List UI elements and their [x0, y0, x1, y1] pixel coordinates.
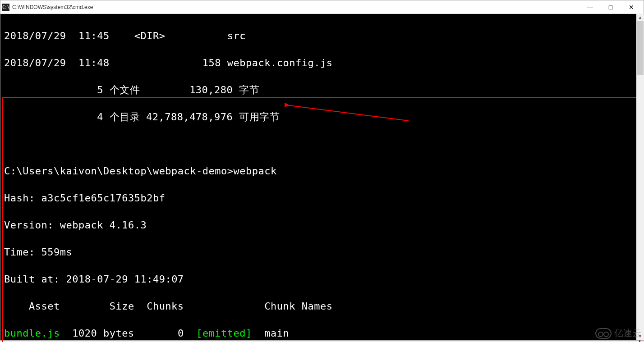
blank-line	[4, 137, 640, 151]
built-at-label: Built at: 2018-07-29	[4, 274, 134, 285]
dir-entry: 2018/07/29 11:48 158 webpack.config.js	[4, 56, 640, 70]
asset-chunks: 0	[134, 328, 184, 339]
webpack-version: Version: webpack 4.16.3	[4, 219, 640, 232]
dir-entry: 2018/07/29 11:45 <DIR> src	[4, 29, 640, 43]
scroll-thumb[interactable]	[637, 21, 644, 75]
asset-size: 1020 bytes	[60, 328, 134, 339]
time-label: Time:	[4, 246, 41, 258]
hash-label: Hash:	[4, 192, 41, 204]
dir-summary-files: 5 个文件 130,280 字节	[4, 83, 640, 97]
scroll-up-button[interactable]: ▲	[636, 14, 644, 21]
asset-emitted: [emitted]	[184, 328, 252, 339]
cmd-window: C:\ C:\WINDOWS\system32\cmd.exe — □ ✕ 20…	[0, 0, 644, 341]
maximize-button[interactable]: □	[600, 1, 621, 14]
webpack-hash: Hash: a3c5cf1e65c17635b2bf	[4, 192, 640, 205]
cmd-icon: C:\	[2, 4, 9, 11]
minimize-button[interactable]: —	[580, 1, 600, 14]
close-button[interactable]: ✕	[621, 1, 642, 14]
prompt-path: C:\Users\kaivon\Desktop\webpack-demo>	[4, 165, 234, 177]
vertical-scrollbar[interactable]: ▲ ▼	[636, 14, 644, 340]
webpack-table-header: Asset Size Chunks Chunk Names	[4, 300, 640, 313]
terminal-output[interactable]: 2018/07/29 11:45 <DIR> src 2018/07/29 11…	[0, 14, 644, 340]
webpack-built-at: Built at: 2018-07-29 11:49:07	[4, 273, 640, 286]
version-label: Version: webpack	[4, 219, 110, 231]
asset-name: bundle.js	[4, 328, 60, 339]
command-line: C:\Users\kaivon\Desktop\webpack-demo>web…	[4, 164, 640, 178]
typed-command: webpack	[234, 165, 277, 177]
webpack-asset-row: bundle.js 1020 bytes 0 [emitted] main	[4, 327, 640, 340]
window-title: C:\WINDOWS\system32\cmd.exe	[12, 4, 580, 10]
titlebar[interactable]: C:\ C:\WINDOWS\system32\cmd.exe — □ ✕	[0, 0, 644, 14]
webpack-time: Time: 559ms	[4, 246, 640, 259]
time-value: 559ms	[41, 246, 72, 258]
hash-value: a3c5cf1e65c17635b2bf	[41, 192, 165, 204]
window-controls: — □ ✕	[580, 1, 642, 14]
asset-chunk-name: main	[252, 328, 289, 339]
dir-summary-dirs: 4 个目录 42,788,478,976 可用字节	[4, 110, 640, 124]
built-at-time: 11:49:07	[134, 274, 184, 285]
scroll-down-button[interactable]: ▼	[636, 332, 644, 340]
version-value: 4.16.3	[110, 219, 147, 231]
